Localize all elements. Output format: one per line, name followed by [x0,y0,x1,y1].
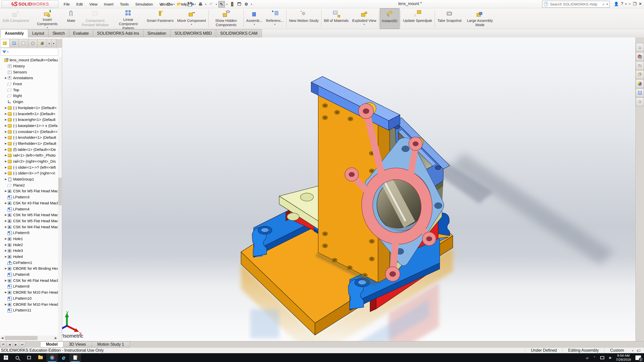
command-tab[interactable]: SOLIDWORKS MBD [170,29,216,37]
command-tab[interactable]: Evaluate [69,29,93,37]
hscroll-right-arrow[interactable]: ▶ [54,336,58,340]
model-tab[interactable]: Model [40,341,63,347]
task-view-button[interactable] [23,353,35,362]
ribbon-button-take-snapshot[interactable]: Take Snapshot [436,8,463,29]
settings-gear-icon[interactable]: ⚙ [243,1,250,8]
expand-arrow-icon[interactable]: ▶ [4,225,8,228]
ribbon-button-component-preview-window[interactable]: Component Preview Window [78,8,112,29]
tree-item[interactable]: ▶ CBORE for M10 Pan Head N [0,301,58,307]
tree-item[interactable]: ▶ (-) baseplate<1>-> x (Defa [0,123,58,129]
open-file-icon[interactable]: 📂 [176,1,183,8]
tree-item[interactable]: ▶ LPattern10 [0,295,58,301]
ribbon-button-linear-component-pattern[interactable]: Linear Component Pattern▾ [112,8,145,29]
exploded-view-caret[interactable]: ▾ [364,23,365,26]
tree-item[interactable]: ▶ Hole4 [0,254,58,260]
new-file-caret[interactable]: ▾ [173,1,176,8]
tree-item[interactable]: ▶ (-) lensholder<1> (Default [0,134,58,141]
search-caret[interactable]: ▾ [607,3,608,6]
tree-vertical-scrollbar[interactable] [58,57,62,354]
assembly-features-caret[interactable]: ▾ [254,23,255,26]
tree-item[interactable]: ▶ (-) filterholder<1> (Default [0,141,58,147]
tree-item[interactable]: ▶ lens_mount (Default<<Defaul [0,57,58,63]
close-button[interactable]: ✕ [639,2,642,6]
tree-item[interactable]: ▶ Top [0,87,58,93]
home-icon[interactable]: ⌂ [158,1,165,8]
expand-arrow-icon[interactable]: ▶ [4,124,8,127]
expand-arrow-icon[interactable]: ▶ [4,160,8,163]
people-icon[interactable]: ꮿ [586,355,589,360]
print-icon[interactable]: 🖶 [197,1,204,8]
tree-item[interactable]: ▶ Hole2 [0,242,58,248]
taskpane-forum-tab[interactable]: 🗨 [636,97,644,106]
ribbon-button-bill-of-materials[interactable]: Bill of Materials [322,8,350,29]
solidworks-taskbar-button[interactable] [69,353,81,362]
insert-components-caret[interactable]: ▾ [47,26,48,29]
model-tab[interactable]: 3D Views [63,341,92,347]
ribbon-button-reference-geometry[interactable]: Referenc...▾ [264,8,286,29]
taskpane-custom-properties-tab[interactable] [636,88,644,97]
expand-arrow-icon[interactable]: ▶ [4,166,8,169]
ribbon-button-large-assembly-mode[interactable]: Large Assembly Mode [463,8,497,29]
ribbon-button-show-hidden-components[interactable]: Show Hidden Components [210,8,243,29]
menu-item[interactable]: Simulation [132,0,156,8]
command-tab[interactable]: Layout [28,29,49,37]
tab-featuremanager[interactable] [0,39,10,48]
expand-arrow-icon[interactable]: ▶ [4,178,8,180]
undo-icon[interactable]: ↶ [208,1,214,8]
expand-arrow-icon[interactable]: ▶ [4,213,8,216]
notification-icon[interactable]: 2 [635,355,641,360]
taskpane-home-tab[interactable]: ⌂ [636,43,644,52]
expand-arrow-icon[interactable]: ▶ [4,118,8,121]
minimize-button[interactable]: – [629,2,631,6]
tab-nav-last[interactable]: ⏭ [19,341,25,347]
solidworks-logo[interactable]: ϟS SOLIDWORKS [2,0,58,8]
tree-item[interactable]: ▶ (-) braceleft<1> (Default< [0,111,58,117]
hscroll-left-arrow[interactable]: ◀ [0,336,5,340]
tree-item[interactable]: ▶ Origin [0,99,58,105]
expand-arrow-icon[interactable]: ▶ [4,76,8,79]
taskbar-search-button[interactable] [12,353,23,362]
tree-vscroll-thumb[interactable] [58,178,62,205]
tree-item[interactable]: ▶ LPattern5 [0,230,58,236]
options-icon[interactable]: 🗔 [236,1,243,8]
tree-item[interactable]: ▶ rail<1> (left<<left>_Photo [0,152,58,158]
save-icon[interactable]: 💾 [187,1,193,8]
expand-arrow-icon[interactable]: ▶ [4,148,8,151]
search-icon[interactable]: ⌕ [602,2,605,7]
new-file-icon[interactable]: 🗋 [166,1,172,8]
command-tab[interactable]: SOLIDWORKS CAM [216,29,262,37]
chrome-button[interactable] [46,353,58,362]
print-caret[interactable]: ▾ [204,1,207,8]
tree-item[interactable]: ▶ CSK for M4 Flat Head Mach [0,224,58,230]
tree-item[interactable]: ▶ Hole1 [0,236,58,242]
tree-item[interactable]: ▶ CSK for M5 Flat Head Mach [0,218,58,224]
open-file-caret[interactable]: ▾ [183,1,186,8]
search-box[interactable]: ? ⌕ ▾ [542,1,610,8]
expand-arrow-icon[interactable]: ▶ [4,112,8,115]
tree-item[interactable]: ▶ (f) table<1> (Default<<De [0,146,58,152]
tree-item[interactable]: ▶ Right [0,93,58,99]
ribbon-button-update-speedpak[interactable]: ⚠Update Speedpak [401,8,434,29]
rebuild-icon[interactable]: 🚦 [229,1,235,8]
ribbon-button-exploded-view[interactable]: Exploded View▾ [350,8,378,29]
reference-geometry-caret[interactable]: ▾ [274,23,275,26]
tree-item[interactable]: ▶ (-) crossbar<1> (Default<< [0,128,58,134]
taskpane-file-explorer-tab[interactable]: 🗀 [636,61,644,70]
expand-arrow-icon[interactable]: ▶ [4,136,8,139]
select-caret[interactable]: ▾ [225,1,228,8]
tree-item[interactable]: ▶ History [0,63,58,69]
command-tab[interactable]: SOLIDWORKS Add-Ins [93,29,143,37]
menu-item[interactable]: File [60,0,73,8]
select-tool-icon[interactable]: ↖ [218,1,225,8]
user-icon[interactable]: 👤 [614,2,619,6]
tree-item[interactable]: ▶ Front [0,81,58,87]
ribbon-button-assembly-features[interactable]: Assemb...▾ [245,8,264,29]
expand-arrow-icon[interactable]: ▶ [4,142,8,145]
ribbon-button-move-component[interactable]: ➦Move Component▾ [175,8,208,29]
tree-item[interactable]: ▶ Annotations [0,75,58,81]
tree-item[interactable]: ▶ Sensors [0,69,58,75]
tree-item[interactable]: ▶ CBORE for #5 Binding Hea [0,265,58,272]
expand-arrow-icon[interactable]: ▶ [4,243,8,246]
tree-item[interactable]: ▶ LPattern9 [0,283,58,289]
menu-item[interactable]: Insert [101,0,117,8]
